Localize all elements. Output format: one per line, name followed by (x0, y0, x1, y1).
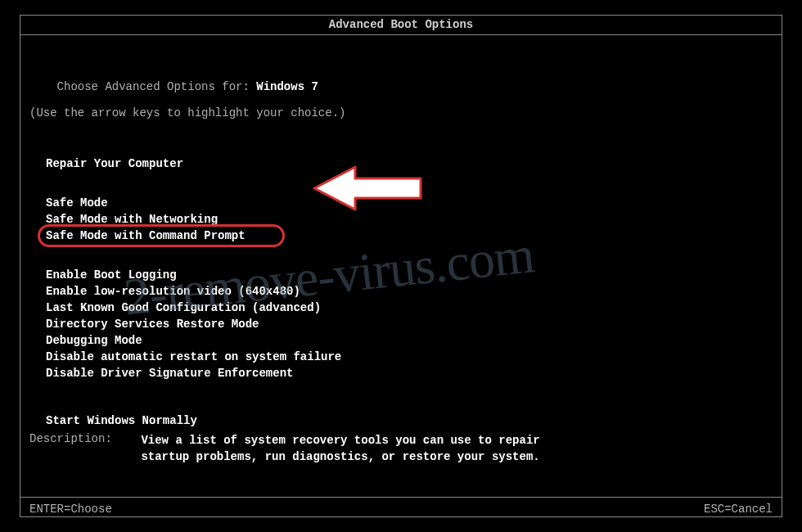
option-safe-mode-command-prompt[interactable]: Safe Mode with Command Prompt (46, 228, 246, 244)
footer-divider (20, 497, 782, 498)
option-start-normally[interactable]: Start Windows Normally (46, 413, 197, 429)
option-ds-restore[interactable]: Directory Services Restore Mode (46, 316, 259, 332)
intro-prefix: Choose Advanced Options for: (57, 80, 257, 93)
option-disable-auto-restart[interactable]: Disable automatic restart on system fail… (46, 349, 341, 365)
option-low-resolution[interactable]: Enable low-resolution video (640x480) (46, 283, 300, 300)
title-divider (20, 34, 782, 35)
option-boot-logging[interactable]: Enable Boot Logging (46, 267, 177, 283)
option-last-known-good[interactable]: Last Known Good Configuration (advanced) (46, 300, 321, 316)
description-block: Description: View a list of system recov… (29, 432, 583, 465)
description-label: Description: (29, 432, 134, 445)
description-text: View a list of system recovery tools you… (141, 432, 583, 465)
page-title: Advanced Boot Options (0, 18, 802, 31)
os-name: Windows 7 (256, 80, 318, 93)
footer-esc-hint: ESC=Cancel (704, 503, 773, 516)
option-repair[interactable]: Repair Your Computer (46, 156, 183, 172)
option-disable-driver-sig[interactable]: Disable Driver Signature Enforcement (46, 365, 293, 381)
intro-hint: (Use the arrow keys to highlight your ch… (29, 106, 345, 119)
option-safe-mode[interactable]: Safe Mode (46, 195, 108, 211)
option-safe-mode-networking[interactable]: Safe Mode with Networking (46, 211, 218, 228)
footer-enter-hint: ENTER=Choose (29, 503, 112, 516)
content-area: Choose Advanced Options for: Windows 7 (… (29, 67, 345, 429)
option-debugging[interactable]: Debugging Mode (46, 332, 142, 349)
